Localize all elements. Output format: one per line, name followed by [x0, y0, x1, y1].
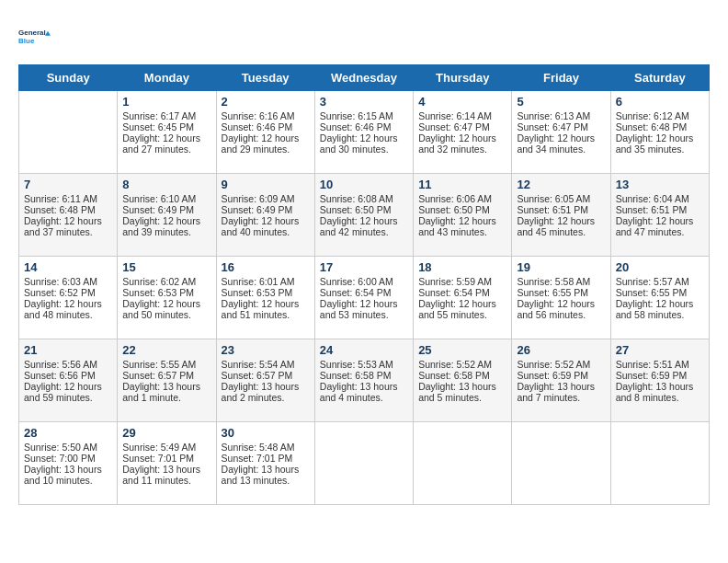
calendar-cell [414, 422, 512, 505]
week-row-5: 28Sunrise: 5:50 AMSunset: 7:00 PMDayligh… [19, 422, 710, 505]
week-row-4: 21Sunrise: 5:56 AMSunset: 6:56 PMDayligh… [19, 339, 710, 422]
day-number: 20 [616, 260, 704, 274]
calendar-cell: 30Sunrise: 5:48 AMSunset: 7:01 PMDayligh… [216, 422, 314, 505]
day-number: 22 [122, 343, 210, 357]
logo-icon: GeneralBlue [18, 18, 55, 55]
calendar-cell: 12Sunrise: 6:05 AMSunset: 6:51 PMDayligh… [512, 174, 610, 257]
week-row-3: 14Sunrise: 6:03 AMSunset: 6:52 PMDayligh… [19, 257, 710, 339]
column-header-tuesday: Tuesday [216, 65, 314, 91]
calendar-cell: 24Sunrise: 5:53 AMSunset: 6:58 PMDayligh… [314, 339, 413, 422]
day-number: 4 [418, 95, 506, 109]
week-row-1: 1Sunrise: 6:17 AMSunset: 6:45 PMDaylight… [19, 91, 710, 174]
day-number: 8 [122, 178, 210, 191]
week-row-2: 7Sunrise: 6:11 AMSunset: 6:48 PMDaylight… [19, 174, 710, 257]
calendar-cell: 20Sunrise: 5:57 AMSunset: 6:55 PMDayligh… [610, 257, 709, 339]
day-number: 12 [517, 178, 605, 191]
day-number: 14 [24, 260, 112, 274]
day-number: 18 [418, 260, 506, 274]
page-header: GeneralBlue [18, 18, 710, 55]
logo: GeneralBlue [18, 18, 59, 55]
day-number: 9 [222, 178, 310, 191]
day-number: 29 [122, 426, 210, 440]
calendar-cell: 9Sunrise: 6:09 AMSunset: 6:49 PMDaylight… [216, 174, 314, 257]
column-header-monday: Monday [118, 65, 216, 91]
calendar-cell: 18Sunrise: 5:59 AMSunset: 6:54 PMDayligh… [414, 257, 512, 339]
column-header-wednesday: Wednesday [314, 65, 413, 91]
day-number: 24 [320, 343, 408, 357]
column-header-sunday: Sunday [19, 65, 118, 91]
day-number: 25 [418, 343, 506, 357]
calendar-cell: 26Sunrise: 5:52 AMSunset: 6:59 PMDayligh… [512, 339, 610, 422]
day-number: 19 [517, 260, 605, 274]
calendar-cell: 1Sunrise: 6:17 AMSunset: 6:45 PMDaylight… [118, 91, 216, 174]
calendar-cell: 15Sunrise: 6:02 AMSunset: 6:53 PMDayligh… [118, 257, 216, 339]
calendar-cell: 4Sunrise: 6:14 AMSunset: 6:47 PMDaylight… [414, 91, 512, 174]
calendar-cell: 3Sunrise: 6:15 AMSunset: 6:46 PMDaylight… [314, 91, 413, 174]
calendar-cell: 23Sunrise: 5:54 AMSunset: 6:57 PMDayligh… [216, 339, 314, 422]
day-number: 27 [616, 343, 704, 357]
calendar-cell: 5Sunrise: 6:13 AMSunset: 6:47 PMDaylight… [512, 91, 610, 174]
day-number: 23 [222, 343, 310, 357]
calendar-cell: 28Sunrise: 5:50 AMSunset: 7:00 PMDayligh… [19, 422, 118, 505]
calendar-table: SundayMondayTuesdayWednesdayThursdayFrid… [18, 64, 710, 505]
day-number: 6 [616, 95, 704, 109]
calendar-cell: 29Sunrise: 5:49 AMSunset: 7:01 PMDayligh… [118, 422, 216, 505]
calendar-cell: 13Sunrise: 6:04 AMSunset: 6:51 PMDayligh… [610, 174, 709, 257]
calendar-cell: 17Sunrise: 6:00 AMSunset: 6:54 PMDayligh… [314, 257, 413, 339]
day-number: 5 [517, 95, 605, 109]
calendar-cell: 21Sunrise: 5:56 AMSunset: 6:56 PMDayligh… [19, 339, 118, 422]
calendar-cell: 25Sunrise: 5:52 AMSunset: 6:58 PMDayligh… [414, 339, 512, 422]
svg-text:Blue: Blue [18, 37, 35, 45]
calendar-cell: 6Sunrise: 6:12 AMSunset: 6:48 PMDaylight… [610, 91, 709, 174]
day-number: 11 [418, 178, 506, 191]
day-number: 30 [222, 426, 310, 440]
day-number: 10 [320, 178, 408, 191]
svg-marker-2 [45, 31, 51, 36]
svg-text:General: General [18, 29, 46, 37]
calendar-cell: 14Sunrise: 6:03 AMSunset: 6:52 PMDayligh… [19, 257, 118, 339]
day-number: 2 [222, 95, 310, 109]
column-header-saturday: Saturday [610, 65, 709, 91]
day-number: 26 [517, 343, 605, 357]
column-header-thursday: Thursday [414, 65, 512, 91]
day-number: 13 [616, 178, 704, 191]
calendar-cell: 22Sunrise: 5:55 AMSunset: 6:57 PMDayligh… [118, 339, 216, 422]
calendar-cell: 19Sunrise: 5:58 AMSunset: 6:55 PMDayligh… [512, 257, 610, 339]
day-number: 7 [24, 178, 112, 191]
column-header-friday: Friday [512, 65, 610, 91]
day-number: 28 [24, 426, 112, 440]
day-number: 15 [122, 260, 210, 274]
calendar-cell [512, 422, 610, 505]
calendar-cell [610, 422, 709, 505]
calendar-cell [19, 91, 118, 174]
calendar-cell [314, 422, 413, 505]
calendar-cell: 27Sunrise: 5:51 AMSunset: 6:59 PMDayligh… [610, 339, 709, 422]
calendar-cell: 16Sunrise: 6:01 AMSunset: 6:53 PMDayligh… [216, 257, 314, 339]
day-number: 17 [320, 260, 408, 274]
calendar-cell: 7Sunrise: 6:11 AMSunset: 6:48 PMDaylight… [19, 174, 118, 257]
day-number: 16 [222, 260, 310, 274]
calendar-cell: 10Sunrise: 6:08 AMSunset: 6:50 PMDayligh… [314, 174, 413, 257]
calendar-header-row: SundayMondayTuesdayWednesdayThursdayFrid… [19, 65, 710, 91]
calendar-cell: 2Sunrise: 6:16 AMSunset: 6:46 PMDaylight… [216, 91, 314, 174]
calendar-cell: 11Sunrise: 6:06 AMSunset: 6:50 PMDayligh… [414, 174, 512, 257]
day-number: 1 [122, 95, 210, 109]
day-number: 3 [320, 95, 408, 109]
day-number: 21 [24, 343, 112, 357]
calendar-cell: 8Sunrise: 6:10 AMSunset: 6:49 PMDaylight… [118, 174, 216, 257]
